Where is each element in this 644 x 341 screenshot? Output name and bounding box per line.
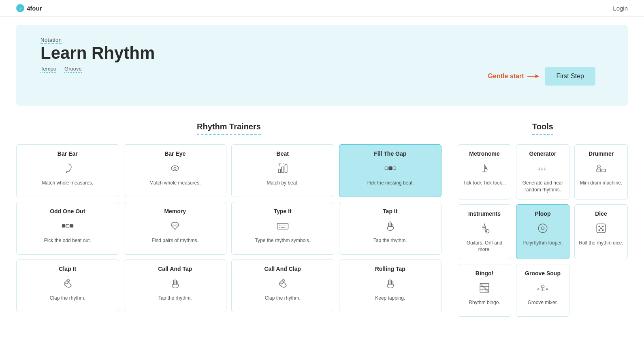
- tools-section: Tools Metronome Tick tock Tick tock... G…: [458, 122, 628, 317]
- svg-rect-3: [281, 167, 284, 172]
- card-desc: Type the rhythm symbols.: [255, 237, 310, 244]
- arrow-icon: [527, 74, 539, 78]
- card-icon-hand: [382, 218, 398, 234]
- card-title: Bar Eye: [164, 150, 186, 157]
- card-desc: Generate and hear random rhythms.: [520, 180, 565, 193]
- card-title: Odd One Out: [50, 208, 85, 214]
- trainer-card-fill-the-gap[interactable]: Fill The Gap Pick the missing beat.: [339, 144, 442, 197]
- card-icon-beat: [275, 160, 291, 176]
- card-desc: Tick tock Tick tock...: [463, 180, 506, 187]
- tool-card-instruments[interactable]: Instruments Guitars, Orff and more.: [458, 204, 511, 260]
- tool-card-bingo[interactable]: Bingo! Rhythm bingo.: [458, 264, 511, 317]
- tool-card-generator[interactable]: Generator Generate and hear random rhyth…: [516, 144, 569, 199]
- tool-card-ploop[interactable]: Ploop Polyrhythm looper.: [516, 204, 569, 260]
- logo[interactable]: ♪ 4four: [16, 4, 42, 12]
- card-title: Beat: [277, 150, 289, 157]
- tool-card-metronome[interactable]: Metronome Tick tock Tick tock...: [458, 144, 511, 199]
- card-desc: Groove mixer.: [528, 299, 558, 306]
- card-title: Generator: [529, 150, 557, 157]
- tools-heading: Tools: [532, 122, 553, 135]
- trainer-card-beat[interactable]: Beat Match by beat.: [231, 144, 334, 197]
- card-title: Tap It: [383, 208, 397, 214]
- svg-rect-10: [393, 167, 396, 169]
- card-icon-hand: [167, 275, 183, 292]
- card-icon-clap: [60, 275, 76, 292]
- svg-point-27: [485, 167, 487, 169]
- card-title: Clap It: [59, 266, 76, 272]
- svg-point-59: [537, 289, 539, 290]
- card-title: Rolling Tap: [375, 266, 405, 272]
- trainer-card-rolling-tap[interactable]: Rolling Tap Keep tapping.: [339, 260, 442, 312]
- svg-point-0: [171, 166, 179, 171]
- card-icon-bingo: [476, 280, 493, 296]
- card-icon-metronome: [476, 160, 493, 176]
- card-desc: Mini drum machine.: [580, 180, 623, 187]
- logo-icon: ♪: [16, 4, 24, 12]
- trainer-card-odd-one-out[interactable]: Odd One Out Pick the odd beat out.: [16, 202, 119, 255]
- trainer-card-bar-eye[interactable]: Bar Eye Match whole measures.: [124, 144, 227, 197]
- card-title: Bingo!: [476, 270, 493, 277]
- card-desc: Polyrhythm looper.: [522, 240, 563, 247]
- card-desc: Pick the missing beat.: [367, 180, 414, 187]
- gentle-start-label: Gentle start: [488, 73, 539, 80]
- tools-grid: Metronome Tick tock Tick tock... Generat…: [458, 144, 628, 317]
- logo-text: 4four: [27, 5, 42, 12]
- hero-section: Notation Learn Rhythm Tempo Groove Gentl…: [16, 25, 628, 106]
- card-title: Type It: [274, 208, 292, 214]
- card-desc: Pick the odd beat out.: [44, 237, 91, 244]
- card-desc: Guitars, Orff and more.: [462, 240, 507, 253]
- tool-card-groove-soup[interactable]: Groove Soup Groove mixer.: [516, 264, 569, 317]
- hero-sub: Tempo Groove: [41, 66, 243, 73]
- card-icon-odd: [60, 218, 76, 234]
- card-icon-eye: [167, 160, 183, 176]
- svg-point-45: [599, 226, 600, 227]
- trainers-heading: Rhythm Trainers: [197, 122, 261, 135]
- card-desc: Rhythm bingo.: [469, 299, 500, 306]
- card-title: Memory: [164, 208, 186, 214]
- svg-point-47: [599, 229, 600, 231]
- card-title: Ploop: [535, 210, 551, 217]
- card-desc: Find pairs of rhythms.: [152, 237, 198, 244]
- first-step-button[interactable]: First Step: [545, 67, 595, 86]
- trainer-card-call-and-tap[interactable]: Call And Tap Tap the rhythm.: [124, 260, 227, 312]
- card-desc: Roll the rhythm dice.: [579, 240, 623, 247]
- card-desc: Match whole measures.: [149, 180, 201, 187]
- trainer-card-tap-it[interactable]: Tap It Tap the rhythm.: [339, 202, 442, 255]
- tool-card-drummer[interactable]: Drummer Mini drum machine.: [574, 144, 628, 199]
- svg-point-43: [541, 227, 544, 229]
- login-button[interactable]: Login: [613, 5, 628, 12]
- tool-card-dice[interactable]: Dice Roll the rhythm dice.: [574, 204, 628, 260]
- tempo-label: Tempo: [41, 66, 56, 73]
- card-desc: Match by beat.: [267, 180, 299, 187]
- card-icon-drummer: [593, 160, 609, 176]
- hero-title: Learn Rhythm: [41, 44, 243, 62]
- card-icon-dice: [593, 220, 609, 236]
- trainer-card-bar-ear[interactable]: Bar Ear Match whole measures.: [16, 144, 119, 197]
- card-desc: Clap the rhythm.: [50, 295, 85, 302]
- card-title: Dice: [595, 210, 607, 217]
- trainer-card-clap-it[interactable]: Clap It Clap the rhythm.: [16, 260, 119, 312]
- trainers-grid: Bar Ear Match whole measures. Bar Eye Ma…: [16, 144, 441, 312]
- svg-rect-13: [70, 224, 73, 227]
- card-desc: Clap the rhythm.: [265, 295, 301, 302]
- trainer-card-call-and-clap[interactable]: Call And Clap Clap the rhythm.: [231, 260, 334, 312]
- svg-rect-2: [278, 169, 280, 173]
- trainers-section: Rhythm Trainers Bar Ear Match whole meas…: [16, 122, 441, 317]
- svg-point-36: [597, 165, 600, 168]
- card-icon-clap2: [275, 275, 291, 292]
- svg-point-46: [602, 226, 603, 227]
- svg-rect-35: [602, 169, 606, 172]
- card-icon-guitar: [476, 220, 493, 236]
- svg-point-42: [538, 224, 547, 233]
- card-title: Drummer: [589, 150, 614, 157]
- card-desc: Tap the rhythm.: [373, 237, 407, 244]
- card-desc: Match whole measures.: [42, 180, 93, 187]
- card-title: Call And Clap: [264, 266, 301, 272]
- svg-rect-12: [66, 224, 69, 227]
- card-title: Metronome: [469, 150, 499, 157]
- trainer-card-memory[interactable]: Memory Find pairs of rhythms.: [124, 202, 227, 255]
- svg-line-55: [480, 283, 489, 292]
- trainer-card-type-it[interactable]: Type It Type the rhythm symbols.: [231, 202, 334, 255]
- groove-label: Groove: [64, 66, 82, 73]
- svg-rect-11: [62, 224, 65, 227]
